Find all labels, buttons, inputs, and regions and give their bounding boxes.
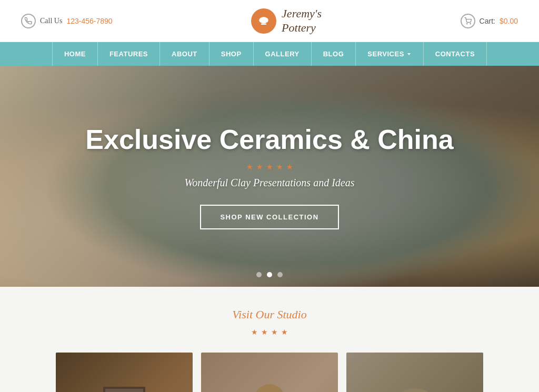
card-classes[interactable]: Classes	[201, 353, 338, 392]
star-2: ★	[256, 163, 263, 172]
phone-icon	[21, 14, 36, 28]
svg-point-3	[470, 23, 471, 24]
hero-subtitle: Wonderful Clay Presentations and Ideas	[185, 177, 355, 189]
nav-home[interactable]: HOME	[52, 42, 98, 66]
hero-section: Exclusive Ceramics & China ★ ★ ★ ★ ★ Won…	[0, 66, 539, 287]
phone-number[interactable]: 123-456-7890	[66, 17, 112, 25]
hero-stars: ★ ★ ★ ★ ★	[246, 163, 293, 172]
nav-features[interactable]: FEATURES	[98, 42, 160, 66]
svg-point-0	[259, 17, 268, 23]
cart-icon	[461, 14, 475, 28]
cart-label: Cart:	[480, 17, 495, 25]
nav-gallery[interactable]: GALLERY	[254, 42, 312, 66]
svg-rect-1	[261, 23, 267, 25]
logo-text: Jeremy's Pottery	[282, 7, 322, 35]
card-shop-overlay	[56, 353, 193, 392]
studio-subtitle: Visit Our Studio	[0, 308, 539, 321]
header: Call Us 123-456-7890 Jeremy's Pottery Ca…	[0, 0, 539, 42]
studio-star-4: ★	[281, 328, 288, 337]
hero-dot-3[interactable]	[277, 272, 283, 277]
card-shop[interactable]: Shop	[56, 353, 193, 392]
hero-dot-2[interactable]	[267, 272, 272, 277]
studio-stars: ★ ★ ★ ★	[0, 328, 539, 337]
cards-row: Shop Classes Blog	[0, 353, 539, 392]
card-blog-overlay	[346, 353, 483, 392]
hero-content: Exclusive Ceramics & China ★ ★ ★ ★ ★ Won…	[0, 66, 539, 287]
studio-star-1: ★	[251, 328, 258, 337]
chevron-down-icon	[406, 52, 412, 57]
star-4: ★	[276, 163, 283, 172]
card-classes-overlay	[201, 353, 338, 392]
nav-blog[interactable]: BLOG	[312, 42, 356, 66]
hero-dot-1[interactable]	[256, 272, 262, 277]
star-5: ★	[286, 163, 293, 172]
studio-star-2: ★	[261, 328, 268, 337]
cart-price: $0.00	[500, 17, 518, 25]
svg-point-2	[466, 23, 467, 24]
studio-star-3: ★	[271, 328, 278, 337]
call-label: Call Us	[40, 17, 62, 25]
card-blog[interactable]: Blog	[346, 353, 483, 392]
nav-shop[interactable]: SHOP	[209, 42, 254, 66]
hero-title: Exclusive Ceramics & China	[85, 124, 453, 155]
navigation: HOME FEATURES ABOUT SHOP GALLERY BLOG SE…	[0, 42, 539, 66]
star-3: ★	[266, 163, 273, 172]
contact-info: Call Us 123-456-7890	[21, 14, 113, 28]
logo[interactable]: Jeremy's Pottery	[251, 7, 322, 35]
cart-info[interactable]: Cart: $0.00	[461, 14, 518, 28]
logo-icon	[251, 8, 276, 34]
star-1: ★	[246, 163, 253, 172]
studio-section: Visit Our Studio ★ ★ ★ ★ Shop Classes	[0, 287, 539, 392]
nav-services[interactable]: SERVICES	[356, 42, 424, 66]
nav-contacts[interactable]: CONTACTS	[424, 42, 487, 66]
shop-new-collection-button[interactable]: SHOP NEW COLLECTION	[200, 205, 338, 229]
nav-about[interactable]: ABOUT	[160, 42, 209, 66]
hero-dots	[256, 272, 283, 277]
